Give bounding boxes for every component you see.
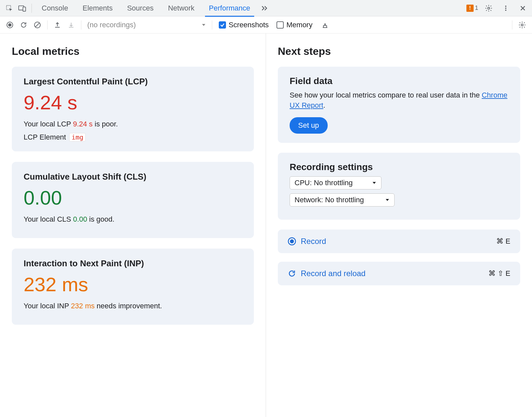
lcp-element-label: LCP Element [24,133,66,142]
inp-description: Your local INP 232 ms needs improvement. [24,302,242,310]
lcp-element-tag[interactable]: img [69,133,86,142]
lcp-value: 9.24 s [24,91,242,114]
download-icon[interactable] [65,19,77,31]
divider [81,20,81,30]
cpu-select-value: CPU: No throttling [295,179,353,187]
reload-icon[interactable] [18,19,30,31]
devtools-tabbar: Console Elements Sources Network Perform… [0,0,532,16]
record-button[interactable]: Record ⌘ E [278,230,520,253]
garbage-collect-icon[interactable] [319,19,331,31]
svg-point-12 [521,24,523,26]
next-steps-column: Next steps Field data See how your local… [266,33,532,417]
local-metrics-column: Local metrics Largest Contentful Paint (… [0,33,266,417]
cls-description: Your local CLS 0.00 is good. [24,215,242,224]
record-reload-shortcut: ⌘ ⇧ E [488,269,510,278]
performance-toolbar: (no recordings) Screenshots Memory [0,16,532,33]
more-menu-icon[interactable] [499,2,512,15]
issues-badge[interactable]: ! 1 [466,5,478,12]
memory-checkbox[interactable]: Memory [276,21,312,29]
network-select-value: Network: No throttling [295,196,364,204]
device-toggle-icon[interactable] [16,2,29,15]
capture-settings-icon[interactable] [516,19,528,31]
chevron-down-icon [201,23,206,27]
next-steps-title: Next steps [278,45,520,57]
cls-name: Cumulative Layout Shift (CLS) [24,172,242,182]
divider [47,20,48,30]
svg-point-6 [505,10,506,11]
chevron-down-icon [385,198,390,202]
svg-point-3 [488,7,490,9]
record-circle-icon [288,237,296,246]
screenshots-label: Screenshots [229,21,269,29]
field-data-title: Field data [290,76,508,86]
issues-count: 1 [475,5,478,11]
inp-card: Interaction to Next Paint (INP) 232 ms Y… [12,249,254,325]
memory-label: Memory [286,21,312,29]
lcp-name: Largest Contentful Paint (LCP) [24,77,242,87]
recording-settings-title: Recording settings [290,162,508,172]
field-data-description: See how your local metrics compare to re… [290,90,508,111]
chevron-down-icon [372,181,377,185]
clear-icon[interactable] [31,19,43,31]
inp-value: 232 ms [24,273,242,296]
settings-icon[interactable] [482,2,495,15]
recordings-dropdown[interactable]: (no recordings) [85,21,208,29]
tab-sources[interactable]: Sources [120,0,161,16]
inspect-icon[interactable] [3,2,16,15]
tab-console[interactable]: Console [34,0,75,16]
inp-name: Interaction to Next Paint (INP) [24,258,242,269]
svg-point-5 [505,8,506,9]
svg-point-8 [8,23,11,27]
setup-button[interactable]: Set up [290,117,328,134]
local-metrics-title: Local metrics [12,45,254,57]
record-icon[interactable] [4,19,16,31]
lcp-element-row: LCP Element img [24,133,242,142]
network-throttling-select[interactable]: Network: No throttling [290,193,395,207]
cpu-throttling-select[interactable]: CPU: No throttling [290,176,381,189]
tab-performance[interactable]: Performance [202,0,257,16]
reload-icon [288,269,296,278]
lcp-description: Your local LCP 9.24 s is poor. [24,120,242,128]
svg-point-4 [505,6,506,7]
divider [212,20,212,30]
more-tabs-icon[interactable] [257,2,271,15]
screenshots-checkbox[interactable]: Screenshots [219,21,269,29]
lcp-card: Largest Contentful Paint (LCP) 9.24 s Yo… [12,67,254,151]
performance-content: Local metrics Largest Contentful Paint (… [0,33,532,417]
cls-card: Cumulative Layout Shift (CLS) 0.00 Your … [12,162,254,238]
close-icon[interactable] [516,2,529,15]
tab-elements[interactable]: Elements [75,0,120,16]
svg-rect-2 [23,7,26,11]
record-label: Record [301,237,326,246]
record-reload-label: Record and reload [301,269,365,278]
tab-network[interactable]: Network [161,0,202,16]
warning-icon: ! [466,5,474,12]
svg-line-10 [35,23,39,27]
recording-settings-card: Recording settings CPU: No throttling Ne… [278,153,520,220]
record-shortcut: ⌘ E [496,237,510,246]
recordings-placeholder: (no recordings) [87,21,136,29]
record-reload-button[interactable]: Record and reload ⌘ ⇧ E [278,262,520,285]
field-data-card: Field data See how your local metrics co… [278,67,520,143]
cls-value: 0.00 [24,187,242,209]
upload-icon[interactable] [51,19,63,31]
checkbox-icon [219,21,226,29]
divider [31,4,32,13]
svg-point-14 [290,239,294,243]
divider [512,20,512,30]
checkbox-icon [276,21,284,29]
